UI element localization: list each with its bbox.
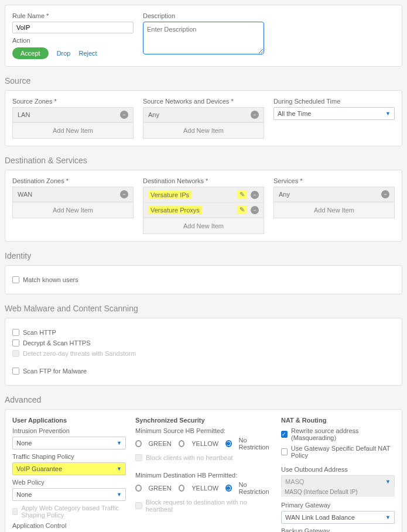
- add-new-button[interactable]: Add New Item: [13, 122, 133, 138]
- services-value: Any: [279, 191, 290, 198]
- rewrite-label: Rewrite source address (Masquerading): [291, 427, 395, 441]
- remove-icon[interactable]: −: [251, 191, 259, 199]
- add-new-button[interactable]: Add New Item: [274, 202, 394, 218]
- destination-panel: Destination Zones * WAN − Add New Item D…: [5, 170, 402, 242]
- reject-button[interactable]: Reject: [78, 50, 97, 57]
- identity-title: Identity: [5, 251, 402, 260]
- schedule-value: All the Time: [278, 110, 311, 117]
- rule-name-input[interactable]: [12, 22, 134, 33]
- description-input[interactable]: [143, 22, 264, 54]
- userapp-heading: User Applications: [12, 417, 126, 424]
- source-panel: Source Zones * LAN − Add New Item Source…: [5, 90, 402, 146]
- caret-down-icon: ▼: [117, 466, 122, 472]
- dst-norest-radio[interactable]: [225, 485, 232, 492]
- gwnat-checkbox[interactable]: [281, 448, 288, 455]
- list-item[interactable]: Any −: [143, 108, 264, 122]
- match-users-checkbox[interactable]: [12, 276, 19, 283]
- edit-icon[interactable]: ✎: [237, 205, 247, 214]
- dest-network-2: Versature Proxys: [148, 206, 202, 214]
- pgw-select[interactable]: WAN Link Load Balance ▼: [281, 511, 395, 524]
- remove-icon[interactable]: −: [120, 190, 128, 198]
- scanning-title: Web Malware and Content Scanning: [5, 304, 402, 313]
- caret-down-icon: ▼: [385, 514, 391, 520]
- minsrc-label: Minimum Source HB Permitted:: [135, 427, 272, 434]
- bgw-label: Backup Gateway: [281, 527, 395, 532]
- traffic-select[interactable]: VoIP Guarantee ▼: [12, 462, 126, 475]
- advanced-panel: User Applications Intrusion Prevention N…: [5, 409, 402, 532]
- caret-down-icon: ▼: [385, 111, 391, 116]
- rule-panel: Rule Name * Action Accept Drop Reject De…: [5, 5, 402, 67]
- caret-down-icon: ▼: [117, 492, 122, 497]
- norest-label2: No Restriction: [239, 481, 272, 495]
- sandstorm-checkbox: [12, 350, 19, 357]
- ips-label: Intrusion Prevention: [12, 427, 126, 434]
- caret-down-icon: ▼: [385, 479, 391, 485]
- source-network-value: Any: [148, 111, 159, 118]
- outaddr-sub: MASQ (Interface Default IP): [281, 487, 395, 497]
- pgw-label: Primary Gateway: [281, 502, 395, 509]
- add-new-button[interactable]: Add New Item: [13, 202, 133, 218]
- traffic-label: Traffic Shaping Policy: [12, 453, 126, 460]
- sync-heading: Synchronized Security: [135, 417, 272, 424]
- dst-green-radio[interactable]: [135, 485, 142, 492]
- drop-button[interactable]: Drop: [57, 50, 71, 57]
- add-new-button[interactable]: Add New Item: [143, 122, 264, 138]
- ips-select[interactable]: None ▼: [12, 437, 126, 449]
- block-dstnohb-label: Block request to destination with no hea…: [146, 499, 272, 513]
- identity-panel: Match known users: [5, 265, 402, 294]
- yellow-label2: YELLOW: [191, 485, 218, 492]
- edit-icon[interactable]: ✎: [237, 190, 247, 199]
- src-green-radio[interactable]: [135, 440, 142, 447]
- advanced-title: Advanced: [5, 395, 402, 404]
- webpol-label: Web Policy: [12, 479, 126, 486]
- scan-ftp-label: Scan FTP for Malware: [23, 368, 87, 375]
- yellow-label: YELLOW: [191, 440, 218, 447]
- outaddr-select: MASQ ▼: [281, 475, 395, 488]
- match-users-label: Match known users: [23, 276, 78, 283]
- appcontrol-label: Application Control: [12, 522, 126, 529]
- traffic-value: VoIP Guarantee: [16, 465, 62, 472]
- remove-icon[interactable]: −: [251, 111, 259, 119]
- block-nohb-checkbox: [135, 454, 142, 461]
- gwnat-label: Use Gateway Specific Default NAT Policy: [291, 445, 395, 459]
- list-item[interactable]: Any −: [274, 187, 394, 202]
- scanning-panel: Scan HTTP Decrypt & Scan HTTPS Detect ze…: [5, 318, 402, 386]
- accept-button[interactable]: Accept: [12, 47, 49, 59]
- remove-icon[interactable]: −: [381, 190, 389, 198]
- scan-http-label: Scan HTTP: [23, 329, 56, 336]
- schedule-select[interactable]: All the Time ▼: [273, 107, 395, 120]
- list-item[interactable]: Versature Proxys ✎ −: [143, 202, 264, 218]
- block-nohb-label: Block clients with no heartbeat: [146, 454, 233, 461]
- src-norest-radio[interactable]: [225, 440, 232, 447]
- webpol-value: None: [16, 491, 32, 498]
- src-yellow-radio[interactable]: [179, 440, 185, 447]
- list-item[interactable]: LAN −: [13, 108, 133, 122]
- source-zones-label: Source Zones *: [12, 98, 134, 105]
- scan-https-label: Decrypt & Scan HTTPS: [23, 339, 91, 346]
- source-zone-value: LAN: [18, 111, 30, 118]
- source-networks-label: Source Networks and Devices *: [143, 98, 264, 105]
- green-label2: GREEN: [149, 485, 172, 492]
- norest-label: No Restriction: [239, 437, 272, 451]
- source-title: Source: [5, 76, 402, 85]
- apply-webcat-label: Apply Web Category based Traffic Shaping…: [21, 504, 126, 519]
- webpol-select[interactable]: None ▼: [12, 488, 126, 501]
- scan-https-checkbox[interactable]: [12, 339, 19, 346]
- ips-value: None: [16, 440, 32, 447]
- dst-yellow-radio[interactable]: [179, 485, 185, 492]
- mindst-label: Minimum Destination HB Permitted:: [135, 472, 272, 479]
- remove-icon[interactable]: −: [251, 206, 259, 214]
- scan-ftp-checkbox[interactable]: [12, 368, 19, 375]
- add-new-button[interactable]: Add New Item: [143, 218, 264, 234]
- apply-webcat-checkbox: [12, 508, 18, 515]
- remove-icon[interactable]: −: [120, 111, 128, 119]
- destination-title: Destination & Services: [5, 156, 402, 165]
- list-item[interactable]: Versature IPs ✎ −: [143, 187, 264, 202]
- scan-http-checkbox[interactable]: [12, 329, 19, 336]
- rewrite-checkbox[interactable]: ✓: [281, 431, 288, 438]
- schedule-label: During Scheduled Time: [273, 98, 395, 105]
- dest-network-1: Versature IPs: [148, 191, 191, 199]
- nat-heading: NAT & Routing: [281, 417, 395, 424]
- rule-name-label: Rule Name *: [12, 12, 134, 19]
- list-item[interactable]: WAN −: [13, 187, 133, 202]
